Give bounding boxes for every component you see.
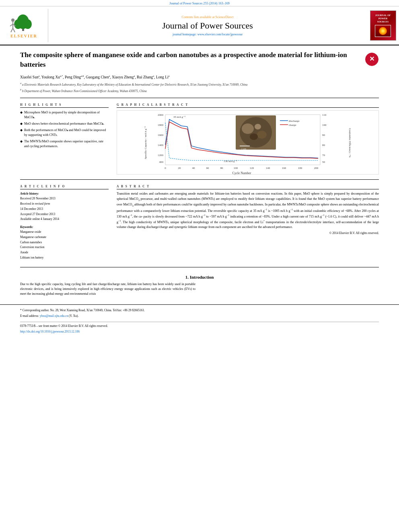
sciencedirect-info: Contents lists available at ScienceDirec… (182, 15, 234, 19)
svg-text:100: 100 (322, 123, 327, 127)
abstract-text: Transition metal oxides and carbonates a… (117, 191, 379, 230)
accepted-date: Accepted 27 December 2013 (20, 212, 109, 217)
svg-text:50: 50 (322, 160, 325, 164)
keyword-4: Conversion reaction (20, 245, 109, 250)
affiliation-b: b b Department of Power, Wuhan Ordnance … (20, 88, 379, 93)
svg-line-6 (10, 24, 13, 26)
svg-line-9 (13, 28, 15, 32)
available-date: Available online 4 January 2014 (20, 217, 109, 222)
highlights-abstract-row: H I G H L I G H T S ◆ Microsphere MnO is… (0, 101, 399, 176)
highlight-text-2: MnO shows better electrochemical perform… (24, 121, 104, 126)
introduction-title: 1. Introduction (20, 275, 379, 279)
abstract-column: A B S T R A C T Transition metal oxides … (117, 185, 379, 260)
article-info-abstract-row: A R T I C L E I N F O Article history: R… (0, 183, 399, 262)
svg-text:Coulombic Efficiency / %: Coulombic Efficiency / % (348, 128, 352, 158)
svg-text:80: 80 (322, 144, 325, 147)
svg-text:1400: 1400 (158, 144, 164, 147)
svg-point-3 (24, 19, 32, 29)
graphical-abstract-column: G R A P H I C A L A B S T R A C T Specif… (117, 103, 379, 175)
introduction-columns: Due to the high specific capacity, long … (20, 282, 379, 297)
section-number: 1. (185, 275, 189, 279)
journal-citation-bar: Journal of Power Sources 255 (2014) 163–… (0, 0, 399, 6)
graphical-abstract-header: G R A P H I C A L A B S T R A C T (117, 103, 379, 108)
journal-thumbnail-area: JOURNAL OFPOWERSOURCES (367, 9, 399, 42)
history-label: Article history: (20, 192, 109, 195)
svg-text:130 mA g⁻¹: 130 mA g⁻¹ (224, 160, 237, 163)
svg-text:20: 20 (178, 166, 181, 170)
svg-text:1 μm: 1 μm (241, 148, 247, 150)
footnote-corresponding: * Corresponding author. No. 28, West Xia… (20, 308, 379, 313)
elsevier-tree-icon (7, 13, 41, 33)
highlight-item-1: ◆ Microsphere MnO is prepared by simple … (20, 110, 109, 120)
article-dates: Received 20 November 2013 Received in re… (20, 196, 109, 222)
introduction-col-left: Due to the high specific capacity, long … (20, 282, 195, 297)
svg-text:90: 90 (322, 134, 325, 137)
svg-text:Cycle Number: Cycle Number (232, 171, 251, 175)
crossmark-icon: ✕ (365, 52, 379, 66)
svg-text:160: 160 (282, 166, 286, 170)
bullet-icon-3: ◆ (20, 128, 23, 133)
highlight-text-1: Microsphere MnO is prepared by simple de… (24, 110, 109, 120)
svg-text:✕: ✕ (369, 55, 374, 62)
svg-text:120: 120 (250, 166, 254, 170)
footnotes-section: * Corresponding author. No. 28, West Xia… (0, 304, 399, 337)
homepage-label: journal homepage: (173, 33, 197, 36)
email-address[interactable]: yhxu@mail.xjtu.edu.cn (40, 314, 68, 318)
contents-label: Contents lists available at (182, 15, 215, 19)
introduction-label: Introduction (190, 275, 214, 279)
svg-text:charge: charge (289, 123, 296, 127)
svg-text:80: 80 (220, 166, 224, 170)
email-suffix: (Y. Xu). (69, 314, 78, 318)
section-divider-2 (20, 179, 379, 180)
sciencedirect-link-text[interactable]: ScienceDirect (216, 15, 234, 19)
footnote-email: E-mail address: yhxu@mail.xjtu.edu.cn (Y… (20, 314, 379, 318)
received-date: Received 20 November 2013 (20, 196, 109, 201)
journal-header-center: Contents lists available at ScienceDirec… (48, 9, 367, 42)
svg-point-50 (242, 123, 254, 134)
crossmark-badge[interactable]: ✕ (365, 52, 379, 67)
keyword-6: Lithium ion battery (20, 255, 109, 261)
elsevier-logo: ELSEVIER (7, 13, 41, 38)
keyword-5: Anode (20, 250, 109, 255)
bullet-icon-1: ◆ (20, 110, 23, 115)
svg-text:100: 100 (234, 166, 238, 170)
doi-link[interactable]: http://dx.doi.org/10.1016/j.jpowsour.201… (20, 329, 379, 334)
copyright-notice: © 2014 Elsevier B.V. All rights reserved… (117, 231, 379, 235)
issn-line: 0378-7753/$ – see front matter © 2014 El… (20, 324, 379, 329)
svg-point-51 (257, 131, 267, 139)
highlight-item-2: ◆ MnO shows better electrochemical perfo… (20, 121, 109, 126)
highlight-text-4: The MWNTs/MnO composite shows superior c… (24, 139, 109, 149)
keyword-1: Manganese oxide (20, 230, 109, 235)
section-divider-3 (20, 267, 379, 267)
elsevier-brand-text: ELSEVIER (10, 34, 37, 38)
svg-text:180: 180 (298, 166, 302, 170)
svg-text:60: 60 (206, 166, 210, 170)
homepage-url[interactable]: www.elsevier.com/locate/jpowsour (197, 33, 243, 36)
bullet-icon-4: ◆ (20, 139, 23, 144)
journal-cover-thumbnail: JOURNAL OFPOWERSOURCES (370, 10, 396, 41)
affiliation-a: a a Electronic Materials Research Labora… (20, 82, 379, 87)
revised-date: 14 December 2013 (20, 207, 109, 212)
chart-svg: Specific Capacity / mA h g⁻¹ Coulombic E… (117, 111, 378, 175)
svg-point-52 (250, 134, 258, 140)
svg-text:400: 400 (159, 160, 164, 164)
section-divider-1 (20, 98, 379, 98)
svg-text:70: 70 (322, 154, 325, 157)
svg-text:1600: 1600 (158, 134, 164, 137)
svg-point-4 (11, 18, 14, 22)
article-info-header: A R T I C L E I N F O (20, 185, 109, 189)
bullet-icon-2: ◆ (20, 121, 23, 126)
journal-citation: Journal of Power Sources 255 (2014) 163–… (169, 2, 229, 5)
svg-point-2 (14, 19, 22, 29)
graphical-abstract-chart: Specific Capacity / mA h g⁻¹ Coulombic E… (117, 110, 379, 175)
authors-section: Xiaofei Suna, Youlong Xua,*, Peng Dinga,… (0, 73, 399, 95)
svg-line-8 (11, 28, 13, 32)
highlight-text-3: Both the performances of MnCO₃ and MnO c… (24, 128, 109, 138)
svg-text:140: 140 (266, 166, 270, 170)
abstract-header: A B S T R A C T (117, 185, 379, 189)
introduction-col-right (204, 282, 379, 297)
article-info-column: A R T I C L E I N F O Article history: R… (20, 185, 109, 260)
highlights-list: ◆ Microsphere MnO is prepared by simple … (20, 110, 109, 149)
article-title-section: The composite sphere of manganese oxide … (0, 45, 399, 73)
revised-label: Received in revised form (20, 201, 109, 207)
